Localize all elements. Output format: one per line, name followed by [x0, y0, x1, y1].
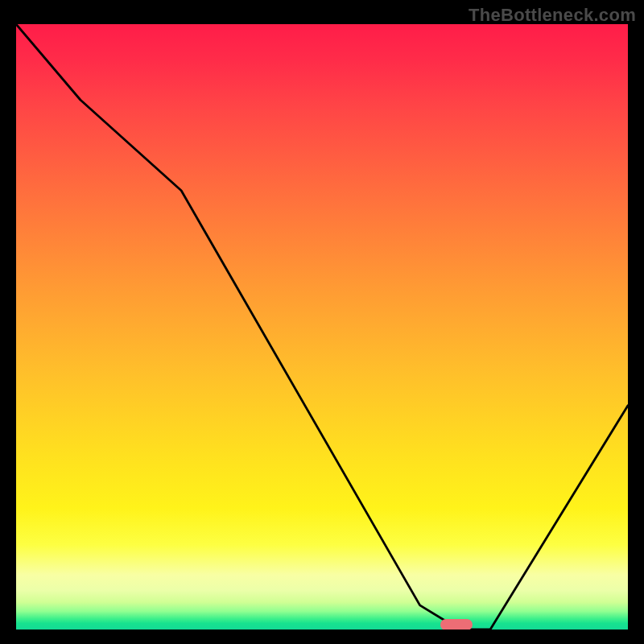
- optimum-marker: [440, 619, 473, 630]
- watermark-text: TheBottleneck.com: [469, 5, 636, 26]
- bottleneck-curve: [16, 24, 628, 630]
- plot-area: [16, 24, 628, 630]
- chart-container: TheBottleneck.com: [0, 0, 644, 644]
- line-layer: [16, 24, 628, 630]
